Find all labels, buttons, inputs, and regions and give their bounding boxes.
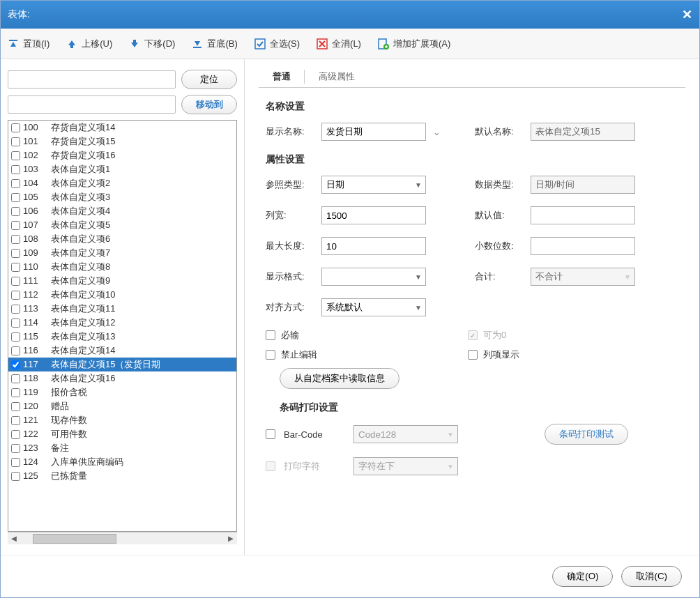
list-item-checkbox[interactable]	[11, 374, 20, 383]
list-item-checkbox[interactable]	[11, 430, 20, 439]
list-item[interactable]: 123备注	[8, 441, 236, 455]
item-listbox[interactable]: 100存货自定义项14101存货自定义项15102存货自定义项16103表体自定…	[8, 120, 237, 532]
list-item-checkbox[interactable]	[11, 332, 20, 342]
list-item-label: 存货自定义项15	[51, 135, 115, 148]
list-item-label: 表体自定义项15（发货日期	[51, 358, 160, 371]
list-item-checkbox[interactable]	[11, 346, 20, 355]
list-item-checkbox[interactable]	[11, 305, 20, 314]
list-item[interactable]: 121现存件数	[8, 413, 236, 427]
readonly-checkbox[interactable]	[266, 350, 275, 360]
list-item[interactable]: 110表体自定义项8	[8, 260, 236, 274]
list-item[interactable]: 109表体自定义项7	[8, 246, 236, 260]
align-combo[interactable]	[321, 298, 426, 316]
tab-advanced[interactable]: 高级属性	[305, 66, 369, 87]
list-item[interactable]: 113表体自定义项11	[8, 302, 236, 316]
scroll-right-icon[interactable]: ►	[225, 533, 237, 544]
list-item-checkbox[interactable]	[11, 165, 20, 174]
bottom-button[interactable]: 置底(B)	[192, 38, 237, 50]
list-item-checkbox[interactable]	[11, 193, 20, 202]
tab-basic[interactable]: 普通	[259, 66, 305, 87]
list-item-checkbox[interactable]	[11, 472, 20, 481]
list-item-checkbox[interactable]	[11, 402, 20, 411]
decimal-input[interactable]	[531, 237, 635, 255]
list-item-index: 120	[23, 400, 51, 413]
moveto-button[interactable]: 移动到	[181, 95, 237, 114]
list-item-index: 111	[23, 275, 51, 287]
list-item-checkbox[interactable]	[11, 458, 20, 467]
horizontal-scrollbar[interactable]: ◄ ►	[8, 532, 237, 544]
list-item-checkbox[interactable]	[11, 249, 20, 258]
close-icon[interactable]: ✕	[682, 7, 692, 22]
list-item-checkbox[interactable]	[11, 444, 20, 453]
list-item[interactable]: 111表体自定义项9	[8, 274, 236, 288]
list-item[interactable]: 101存货自定义项15	[8, 135, 236, 148]
readarchive-button[interactable]: 从自定档案中读取信息	[280, 368, 400, 389]
format-combo[interactable]	[321, 268, 426, 286]
list-item-checkbox[interactable]	[11, 319, 20, 328]
clearall-button[interactable]: 全消(L)	[317, 38, 361, 50]
tab-bar: 普通 高级属性	[259, 66, 685, 88]
cancel-button[interactable]: 取消(C)	[621, 566, 682, 587]
list-item-label: 表体自定义项3	[51, 191, 110, 204]
list-item-checkbox[interactable]	[11, 151, 20, 160]
list-item[interactable]: 118表体自定义项16	[8, 371, 236, 385]
list-item[interactable]: 108表体自定义项6	[8, 232, 236, 246]
list-item-checkbox[interactable]	[11, 123, 20, 132]
list-item[interactable]: 104表体自定义项2	[8, 176, 236, 190]
list-item[interactable]: 120赠品	[8, 399, 236, 413]
default-val-input[interactable]	[531, 206, 635, 224]
colshow-checkbox[interactable]	[468, 350, 478, 360]
list-item-checkbox[interactable]	[11, 416, 20, 425]
down-button[interactable]: 下移(D)	[129, 38, 175, 50]
list-item-checkbox[interactable]	[11, 221, 20, 230]
up-button[interactable]: 上移(U)	[66, 38, 112, 50]
selectall-icon	[254, 38, 266, 49]
top-button[interactable]: 置顶(I)	[8, 38, 50, 50]
locate-input[interactable]	[8, 70, 176, 89]
list-item-checkbox[interactable]	[11, 235, 20, 244]
list-item[interactable]: 116表体自定义项14	[8, 344, 236, 358]
svg-rect-1	[193, 47, 201, 48]
list-item[interactable]: 103表体自定义项1	[8, 162, 236, 176]
locate-button[interactable]: 定位	[181, 70, 237, 89]
scroll-left-icon[interactable]: ◄	[8, 533, 20, 544]
list-item[interactable]: 119报价含税	[8, 385, 236, 399]
list-item[interactable]: 117表体自定义项15（发货日期	[8, 358, 236, 371]
required-checkbox[interactable]	[266, 330, 275, 340]
col-width-input[interactable]	[321, 206, 426, 224]
list-item-checkbox[interactable]	[11, 179, 20, 188]
list-item[interactable]: 112表体自定义项10	[8, 288, 236, 302]
list-item[interactable]: 114表体自定义项12	[8, 316, 236, 330]
selectall-button[interactable]: 全选(S)	[254, 38, 300, 50]
list-item[interactable]: 115表体自定义项13	[8, 330, 236, 344]
list-item-checkbox[interactable]	[11, 277, 20, 286]
section-name: 名称设置	[266, 100, 685, 113]
display-name-input[interactable]	[321, 123, 426, 141]
list-item[interactable]: 125已拣货量	[8, 469, 236, 483]
barcode-test-button[interactable]: 条码打印测试	[545, 424, 628, 445]
list-item[interactable]: 107表体自定义项5	[8, 218, 236, 232]
maxlen-input[interactable]	[321, 237, 426, 255]
list-item[interactable]: 102存货自定义项16	[8, 148, 236, 162]
list-item-checkbox[interactable]	[11, 388, 20, 397]
list-item-index: 118	[23, 372, 51, 385]
moveto-input[interactable]	[8, 95, 176, 114]
list-item[interactable]: 100存货自定义项14	[8, 121, 236, 135]
list-item-index: 122	[23, 428, 51, 440]
list-item-checkbox[interactable]	[11, 291, 20, 300]
list-item[interactable]: 106表体自定义项4	[8, 204, 236, 218]
scroll-thumb[interactable]	[33, 534, 116, 544]
list-item-label: 现存件数	[51, 414, 87, 427]
ref-type-combo[interactable]	[321, 176, 426, 194]
addext-button[interactable]: 增加扩展项(A)	[378, 38, 450, 50]
list-item[interactable]: 124入库单供应商编码	[8, 455, 236, 469]
list-item-checkbox[interactable]	[11, 137, 20, 146]
barcode-checkbox[interactable]	[266, 429, 275, 439]
chevron-down-icon[interactable]: ⌄	[433, 127, 441, 137]
list-item-checkbox[interactable]	[11, 360, 20, 369]
list-item[interactable]: 105表体自定义项3	[8, 190, 236, 204]
list-item-checkbox[interactable]	[11, 207, 20, 216]
list-item[interactable]: 122可用件数	[8, 427, 236, 441]
ok-button[interactable]: 确定(O)	[552, 566, 613, 587]
list-item-checkbox[interactable]	[11, 263, 20, 272]
